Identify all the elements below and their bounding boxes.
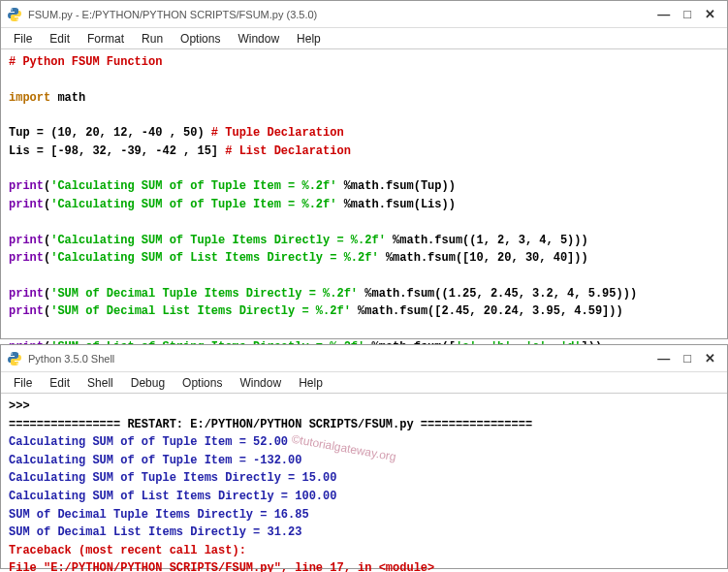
code-line: Lis = [-98, 32, -39, -42 , 15] # List De… xyxy=(9,143,719,161)
output-line: SUM of Decimal List Items Directly = 31.… xyxy=(9,524,719,542)
menu-file[interactable]: File xyxy=(5,374,41,392)
code-line: Tup = (10, 20, 12, -40 , 50) # Tuple Dec… xyxy=(9,124,719,143)
svg-point-2 xyxy=(11,353,13,355)
code-line: print('Calculating SUM of List Items Dir… xyxy=(9,249,719,268)
shell-output[interactable]: >>> ================ RESTART: E:/PYTHON/… xyxy=(1,394,727,572)
menu-debug[interactable]: Debug xyxy=(122,374,174,392)
code-line: print('Calculating SUM of of Tuple Item … xyxy=(9,177,719,196)
menu-options[interactable]: Options xyxy=(174,374,231,392)
window-title: Python 3.5.0 Shell xyxy=(28,353,657,365)
restart-line: ================ RESTART: E:/PYTHON/PYTH… xyxy=(9,416,719,434)
traceback-line: Traceback (most recent call last): xyxy=(9,542,719,560)
close-button[interactable]: ✕ xyxy=(705,7,715,21)
code-line: import math xyxy=(9,89,719,108)
output-line: Calculating SUM of Tuple Items Directly … xyxy=(9,469,719,488)
titlebar[interactable]: Python 3.5.0 Shell — □ ✕ xyxy=(1,345,727,372)
menu-run[interactable]: Run xyxy=(133,30,172,48)
menu-edit[interactable]: Edit xyxy=(41,374,79,392)
svg-point-1 xyxy=(16,18,18,20)
minimize-button[interactable]: — xyxy=(657,351,670,365)
titlebar[interactable]: FSUM.py - E:/PYTHON/PYTHON SCRIPTS/FSUM.… xyxy=(1,1,727,28)
menu-edit[interactable]: Edit xyxy=(41,30,79,48)
maximize-button[interactable]: □ xyxy=(683,7,691,21)
menu-window[interactable]: Window xyxy=(231,374,290,392)
output-line: SUM of Decimal Tuple Items Directly = 16… xyxy=(9,506,719,524)
output-line: Calculating SUM of of Tuple Item = 52.00 xyxy=(9,433,719,452)
output-line: Calculating SUM of of Tuple Item = -132.… xyxy=(9,452,719,470)
shell-window: Python 3.5.0 Shell — □ ✕ File Edit Shell… xyxy=(0,344,728,569)
menu-file[interactable]: File xyxy=(5,30,41,48)
python-icon xyxy=(7,7,22,22)
output-line: Calculating SUM of List Items Directly =… xyxy=(9,488,719,506)
maximize-button[interactable]: □ xyxy=(683,351,691,365)
window-controls: — □ ✕ xyxy=(657,351,721,365)
menu-options[interactable]: Options xyxy=(172,30,229,48)
svg-point-3 xyxy=(16,363,18,365)
menu-format[interactable]: Format xyxy=(79,30,133,48)
menu-help[interactable]: Help xyxy=(290,374,332,392)
close-button[interactable]: ✕ xyxy=(705,351,715,365)
menu-window[interactable]: Window xyxy=(229,30,288,48)
code-line: print('SUM of Decimal Tuple Items Direct… xyxy=(9,285,719,303)
prompt: >>> xyxy=(9,397,719,416)
editor-window: FSUM.py - E:/PYTHON/PYTHON SCRIPTS/FSUM.… xyxy=(0,0,728,339)
code-line: print('SUM of Decimal List Items Directl… xyxy=(9,302,719,321)
window-title: FSUM.py - E:/PYTHON/PYTHON SCRIPTS/FSUM.… xyxy=(28,9,657,20)
menu-shell[interactable]: Shell xyxy=(79,374,122,392)
code-line: print('Calculating SUM of of Tuple Item … xyxy=(9,196,719,214)
minimize-button[interactable]: — xyxy=(657,7,670,21)
svg-point-0 xyxy=(11,9,13,11)
menu-bar: File Edit Shell Debug Options Window Hel… xyxy=(1,372,727,394)
python-icon xyxy=(7,351,22,366)
code-editor[interactable]: # Python FSUM Function import math Tup =… xyxy=(1,49,727,361)
window-controls: — □ ✕ xyxy=(657,7,721,21)
menu-help[interactable]: Help xyxy=(288,30,330,48)
code-line: print('Calculating SUM of Tuple Items Di… xyxy=(9,232,719,250)
code-line: # Python FSUM Function xyxy=(9,53,719,72)
traceback-line: File "E:/PYTHON/PYTHON SCRIPTS/FSUM.py",… xyxy=(9,559,719,572)
menu-bar: File Edit Format Run Options Window Help xyxy=(1,28,727,49)
